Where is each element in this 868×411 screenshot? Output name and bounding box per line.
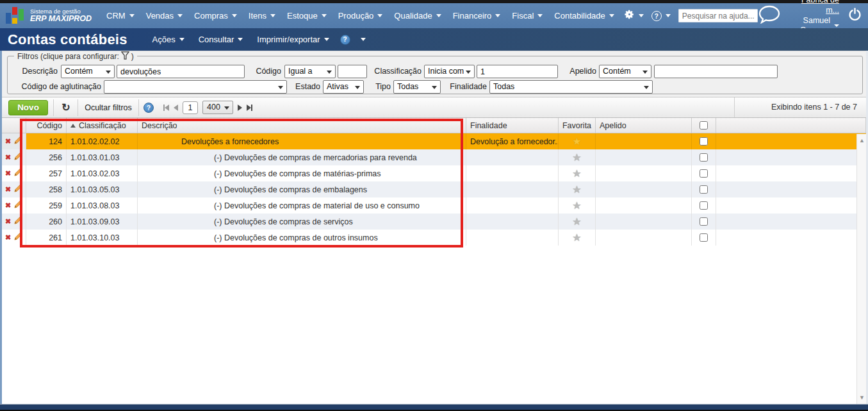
table-row[interactable]: ✖2591.01.03.08.03(-) Devoluções de compr… [2, 197, 866, 214]
table-row[interactable]: ✖2601.01.03.09.03(-) Devoluções de compr… [2, 214, 866, 230]
menu-compras[interactable]: Compras [188, 11, 243, 21]
tipo-select[interactable]: Todas [393, 80, 441, 94]
apelido-operator-select[interactable]: Contém [599, 65, 651, 78]
toolbar-help-button[interactable]: ? [143, 103, 154, 113]
pagemenu-imprimir-exportar[interactable]: Imprimir/exportar [250, 35, 336, 44]
help-search-input[interactable] [678, 9, 758, 22]
row-checkbox[interactable] [700, 233, 708, 242]
menu-vendas[interactable]: Vendas [140, 11, 188, 21]
descricao-value-input[interactable] [117, 65, 245, 78]
classificacao-column-header[interactable]: Classificação [67, 118, 138, 133]
delete-row-icon[interactable]: ✖ [5, 218, 11, 225]
menu-financeiro[interactable]: Financeiro [447, 11, 507, 21]
star-icon[interactable]: ★ [572, 137, 581, 147]
menu-label: Compras [194, 11, 228, 21]
scroll-down-arrow-icon[interactable]: ▼ [857, 392, 867, 403]
aglutinacao-select[interactable] [104, 80, 287, 94]
row-filler [716, 197, 866, 214]
row-checkbox[interactable] [700, 201, 708, 210]
star-icon[interactable]: ★ [572, 217, 581, 227]
table-row[interactable]: ✖2571.01.03.02.03(-) Devoluções de compr… [2, 165, 866, 181]
edit-row-icon[interactable] [13, 200, 22, 211]
edit-row-icon[interactable] [13, 232, 22, 243]
page-menu-list: AçõesConsultarImprimir/exportar [145, 35, 336, 44]
row-checkbox[interactable] [700, 217, 708, 226]
star-icon[interactable]: ★ [572, 233, 581, 243]
pagemenu-consultar[interactable]: Consultar [192, 35, 250, 44]
classificacao-cell: 1.01.03.05.03 [67, 181, 138, 197]
row-checkbox[interactable] [700, 153, 708, 162]
company-link[interactable]: Fábrica de m... [791, 0, 839, 16]
row-checkbox[interactable] [700, 169, 708, 178]
current-page-input[interactable]: 1 [183, 101, 198, 114]
table-row[interactable]: ✖1241.01.02.02.02Devoluções a fornecedor… [2, 133, 866, 149]
apelido-column-header[interactable]: Apelido [596, 118, 692, 133]
codigo-column-header[interactable]: Código [26, 118, 67, 133]
delete-row-icon[interactable]: ✖ [5, 170, 11, 177]
menu-producao[interactable]: Produção [332, 11, 389, 21]
classificacao-operator-select[interactable]: Inicia com [424, 65, 475, 78]
row-checkbox[interactable] [700, 185, 708, 194]
scroll-up-arrow-icon[interactable]: ▲ [857, 135, 867, 146]
delete-row-icon[interactable]: ✖ [5, 154, 11, 161]
table-row[interactable]: ✖2581.01.03.05.03(-) Devoluções de compr… [2, 181, 866, 197]
estado-select[interactable]: Ativas [323, 80, 364, 94]
menu-estoque[interactable]: Estoque [281, 11, 332, 21]
menu-label: Estoque [287, 11, 318, 21]
select-all-checkbox[interactable] [700, 121, 708, 130]
codigo-cell: 260 [26, 214, 67, 230]
favorita-column-header[interactable]: Favorita [559, 118, 596, 133]
table-row[interactable]: ✖2611.01.03.10.03(-) Devoluções de compr… [2, 230, 866, 246]
table-row[interactable]: ✖2561.01.03.01.03(-) Devoluções de compr… [2, 149, 866, 165]
delete-row-icon[interactable]: ✖ [5, 234, 11, 241]
star-icon[interactable]: ★ [572, 201, 581, 211]
edit-row-icon[interactable] [13, 136, 22, 147]
descricao-operator-select[interactable]: Contém [61, 65, 115, 78]
next-page-button[interactable] [238, 101, 242, 114]
last-page-button[interactable] [247, 101, 252, 114]
page-size-select[interactable]: 400 [202, 101, 233, 114]
grid-vertical-scrollbar[interactable]: ▲ ▼ [856, 134, 866, 404]
menu-qualidade[interactable]: Qualidade [388, 11, 446, 21]
first-page-button[interactable] [163, 101, 169, 114]
classificacao-value-input[interactable] [477, 65, 558, 78]
refresh-button[interactable]: ↻ [56, 100, 76, 115]
chevron-down-icon[interactable] [361, 38, 366, 41]
apelido-value-input[interactable] [654, 65, 778, 78]
previous-page-button[interactable] [174, 101, 178, 114]
codigo-cell: 257 [26, 165, 67, 181]
codigo-label: Código [252, 65, 281, 78]
star-icon[interactable]: ★ [572, 169, 581, 179]
ocultar-filtros-button[interactable]: Ocultar filtros [80, 100, 136, 115]
delete-row-icon[interactable]: ✖ [5, 186, 11, 193]
edit-row-icon[interactable] [13, 216, 22, 227]
pagemenu-acoes[interactable]: Ações [145, 35, 192, 44]
codigo-value-input[interactable] [338, 65, 367, 78]
codigo-operator-select[interactable]: Igual a [284, 65, 336, 78]
menu-crm[interactable]: CRM [101, 11, 140, 21]
menu-contabilidade[interactable]: Contabilidade [548, 11, 620, 21]
delete-row-icon[interactable]: ✖ [5, 138, 11, 145]
menu-itens[interactable]: Itens [243, 11, 281, 21]
menu-fiscal[interactable]: Fiscal [506, 11, 548, 21]
filters-legend-close: ) [131, 52, 134, 61]
edit-row-icon[interactable] [13, 152, 22, 163]
help-icon: ? [651, 11, 662, 21]
chat-bubble-icon[interactable] [758, 5, 781, 26]
star-icon[interactable]: ★ [572, 185, 581, 195]
finalidade-select[interactable]: Todas [489, 80, 653, 94]
descricao-column-header[interactable]: Descrição [138, 118, 466, 133]
finalidade-column-header[interactable]: Finalidade [466, 118, 559, 133]
help-menu-button[interactable]: ? [648, 11, 675, 21]
edit-row-icon[interactable] [13, 168, 22, 179]
filters-legend[interactable]: Filtros (clique para configurar: ) [14, 51, 137, 62]
row-filler [716, 181, 866, 197]
delete-row-icon[interactable]: ✖ [5, 202, 11, 209]
power-icon[interactable] [848, 7, 862, 24]
edit-row-icon[interactable] [13, 184, 22, 195]
settings-menu-button[interactable] [620, 9, 648, 22]
novo-button[interactable]: Novo [8, 100, 48, 115]
row-checkbox[interactable] [700, 137, 708, 146]
page-help-button[interactable]: ? [336, 35, 354, 45]
star-icon[interactable]: ★ [572, 153, 581, 163]
